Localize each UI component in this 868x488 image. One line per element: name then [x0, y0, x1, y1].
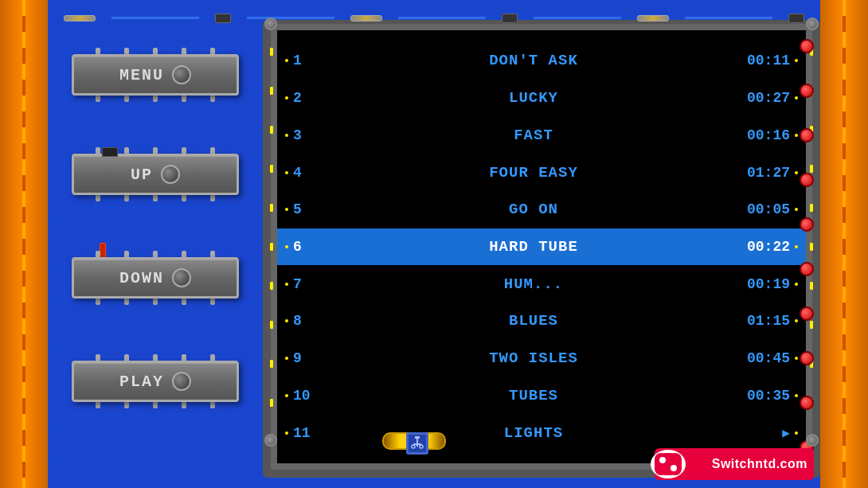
menu-button[interactable]: MENU — [72, 54, 239, 96]
ydot — [270, 282, 273, 290]
track-number: 11 — [293, 425, 321, 441]
leg — [124, 96, 129, 102]
usb-connector-icon — [406, 432, 428, 455]
leg — [124, 299, 129, 305]
up-button[interactable]: UP — [72, 154, 239, 195]
dot-left — [285, 283, 288, 286]
leg — [153, 48, 158, 54]
track-time: 00:16 — [746, 127, 790, 143]
ydot — [270, 243, 273, 251]
dot-left — [285, 394, 288, 397]
leg — [96, 147, 100, 154]
dot-left — [285, 357, 288, 360]
leg — [210, 251, 215, 257]
screw-bottom-left — [264, 434, 277, 447]
leg — [182, 251, 186, 257]
track-number: 2 — [293, 90, 321, 106]
track-number: 6 — [293, 239, 321, 255]
track-time: ▶ — [746, 425, 790, 441]
track-time: 00:22 — [746, 239, 790, 255]
track-name: TUBES — [321, 387, 746, 404]
ydot — [270, 165, 273, 173]
track-row[interactable]: 4FOUR EASY01:27 — [277, 154, 806, 191]
svg-rect-7 — [669, 453, 682, 475]
track-time: 00:05 — [746, 201, 790, 217]
track-row[interactable]: 3FAST00:16 — [277, 117, 806, 154]
down-label: DOWN — [119, 269, 164, 287]
leg — [96, 402, 100, 408]
badge-text: Switchntd.com — [688, 457, 807, 471]
svg-point-4 — [420, 445, 423, 448]
track-number: 10 — [293, 388, 321, 404]
leg — [210, 147, 215, 154]
leg — [182, 147, 186, 154]
red-dot-3 — [800, 128, 814, 142]
track-row[interactable]: 6HARD TUBE00:22 — [277, 228, 806, 265]
track-name: FAST — [321, 127, 746, 144]
leg — [153, 299, 158, 305]
main-scene: MENU UP — [0, 0, 868, 488]
red-dot-2 — [800, 84, 814, 98]
trace-5 — [685, 17, 772, 19]
track-number: 8 — [293, 313, 321, 329]
svg-rect-1 — [416, 439, 418, 447]
right-decorations — [795, 24, 819, 470]
trace-2 — [247, 17, 334, 19]
track-row[interactable]: 1DON'T ASK00:11 — [277, 42, 806, 79]
play-button[interactable]: PLAY — [72, 361, 239, 402]
red-dot-9 — [800, 396, 814, 410]
leg — [124, 402, 129, 408]
chip-small-1 — [215, 14, 231, 23]
track-number: 4 — [293, 165, 321, 181]
red-dot-8 — [800, 351, 814, 365]
track-name: LUCKY — [321, 89, 746, 107]
track-name: DON'T ASK — [321, 52, 746, 69]
small-chip-pcb — [102, 147, 118, 157]
leg — [182, 195, 186, 201]
leg — [182, 48, 186, 54]
leg — [124, 195, 129, 201]
leg — [124, 251, 129, 257]
leg — [210, 402, 215, 408]
track-time: 00:27 — [746, 90, 790, 106]
red-dot-4 — [800, 173, 814, 187]
track-row[interactable]: 10TUBES00:35 — [277, 377, 806, 414]
track-row[interactable]: 5GO ON00:05 — [277, 191, 806, 228]
ydot — [270, 126, 273, 134]
svg-rect-0 — [415, 436, 420, 439]
leg — [210, 48, 215, 54]
track-row[interactable]: 7HUM...00:19 — [277, 266, 806, 303]
red-dot-1 — [800, 39, 814, 53]
track-row[interactable]: 9TWO ISLES00:45 — [277, 340, 806, 377]
left-border — [0, 0, 48, 488]
leg — [182, 354, 186, 361]
track-row[interactable]: 11LIGHTS▶ — [277, 415, 806, 451]
switch-logo — [651, 450, 686, 478]
menu-chip-wrap: MENU — [72, 48, 239, 102]
ydot — [270, 48, 273, 56]
track-name: BLUES — [321, 312, 746, 330]
track-number: 7 — [293, 276, 321, 292]
right-border — [820, 0, 868, 488]
up-button-circle — [161, 165, 180, 184]
main-screen: 1DON'T ASK00:112LUCKY00:273FAST00:164FOU… — [271, 24, 812, 470]
leg — [182, 299, 186, 305]
track-name: HUM... — [321, 275, 746, 293]
leg — [96, 195, 100, 201]
svg-point-8 — [659, 457, 666, 463]
track-row[interactable]: 2LUCKY00:27 — [277, 80, 806, 116]
leg — [210, 299, 215, 305]
dot-left — [285, 431, 288, 435]
leg — [153, 96, 158, 102]
track-time: 00:11 — [746, 53, 790, 68]
track-row[interactable]: 8BLUES01:15 — [277, 303, 806, 339]
red-dot-6 — [800, 262, 814, 276]
track-name: FOUR EASY — [321, 164, 746, 182]
leg — [153, 195, 158, 201]
track-number: 9 — [293, 350, 321, 366]
down-button[interactable]: DOWN — [72, 257, 239, 299]
dot-left — [285, 208, 288, 211]
trace-3 — [398, 17, 486, 19]
svg-point-3 — [412, 445, 415, 448]
trace-1 — [111, 17, 199, 19]
